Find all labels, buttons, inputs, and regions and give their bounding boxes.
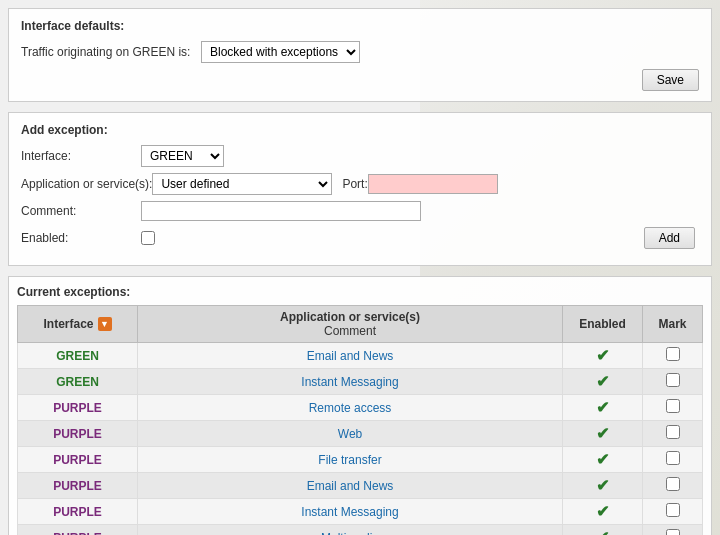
app-service-link[interactable]: Web bbox=[338, 427, 362, 441]
cell-app-service: Multimedia bbox=[138, 525, 563, 536]
mark-checkbox[interactable] bbox=[666, 529, 680, 535]
cell-enabled: ✔ bbox=[563, 421, 643, 447]
cell-mark[interactable] bbox=[643, 499, 703, 525]
enabled-checkmark: ✔ bbox=[596, 451, 609, 468]
exceptions-table: Interface ▼ Application or service(s) Co… bbox=[17, 305, 703, 535]
app-service-link[interactable]: Remote access bbox=[309, 401, 392, 415]
enabled-checkmark: ✔ bbox=[596, 503, 609, 520]
table-row: PURPLE Web ✔ bbox=[18, 421, 703, 447]
mark-checkbox[interactable] bbox=[666, 451, 680, 465]
comment-row: Comment: bbox=[21, 201, 699, 221]
cell-enabled: ✔ bbox=[563, 369, 643, 395]
cell-interface: PURPLE bbox=[18, 499, 138, 525]
enabled-column-header: Enabled bbox=[563, 306, 643, 343]
table-row: PURPLE File transfer ✔ bbox=[18, 447, 703, 473]
table-row: PURPLE Email and News ✔ bbox=[18, 473, 703, 499]
mark-checkbox[interactable] bbox=[666, 347, 680, 361]
enabled-checkmark: ✔ bbox=[596, 347, 609, 364]
enabled-row: Enabled: Add bbox=[21, 227, 699, 249]
cell-interface: PURPLE bbox=[18, 421, 138, 447]
mark-checkbox[interactable] bbox=[666, 503, 680, 517]
cell-mark[interactable] bbox=[643, 421, 703, 447]
interface-label: Interface: bbox=[21, 149, 141, 163]
table-row: GREEN Instant Messaging ✔ bbox=[18, 369, 703, 395]
table-row: PURPLE Multimedia ✔ bbox=[18, 525, 703, 536]
cell-app-service: File transfer bbox=[138, 447, 563, 473]
cell-enabled: ✔ bbox=[563, 395, 643, 421]
app-service-link[interactable]: Email and News bbox=[307, 479, 394, 493]
cell-interface: PURPLE bbox=[18, 395, 138, 421]
comment-input[interactable] bbox=[141, 201, 421, 221]
app-service-link[interactable]: Email and News bbox=[307, 349, 394, 363]
app-service-row: Application or service(s): User defined … bbox=[21, 173, 699, 195]
cell-interface: GREEN bbox=[18, 343, 138, 369]
enabled-checkbox[interactable] bbox=[141, 231, 155, 245]
add-button[interactable]: Add bbox=[644, 227, 695, 249]
cell-enabled: ✔ bbox=[563, 447, 643, 473]
interface-row: Interface: GREEN PURPLE ORANGE RED bbox=[21, 145, 699, 167]
traffic-select[interactable]: Blocked with exceptionsAllowedBlocked bbox=[201, 41, 360, 63]
app-service-link[interactable]: Instant Messaging bbox=[301, 505, 398, 519]
cell-interface: PURPLE bbox=[18, 525, 138, 536]
cell-mark[interactable] bbox=[643, 343, 703, 369]
table-row: GREEN Email and News ✔ bbox=[18, 343, 703, 369]
cell-app-service: Email and News bbox=[138, 343, 563, 369]
cell-mark[interactable] bbox=[643, 473, 703, 499]
mark-checkbox[interactable] bbox=[666, 425, 680, 439]
current-exceptions-title: Current exceptions: bbox=[17, 285, 703, 299]
enabled-checkmark: ✔ bbox=[596, 529, 609, 535]
app-service-label: Application or service(s): bbox=[21, 177, 152, 191]
mark-column-header: Mark bbox=[643, 306, 703, 343]
cell-interface: PURPLE bbox=[18, 447, 138, 473]
mark-checkbox[interactable] bbox=[666, 399, 680, 413]
interface-column-header[interactable]: Interface ▼ bbox=[18, 306, 138, 343]
enabled-checkmark: ✔ bbox=[596, 477, 609, 494]
sort-icon[interactable]: ▼ bbox=[98, 317, 112, 331]
comment-label: Comment: bbox=[21, 204, 141, 218]
traffic-label: Traffic originating on GREEN is: bbox=[21, 45, 201, 59]
cell-interface: GREEN bbox=[18, 369, 138, 395]
mark-checkbox[interactable] bbox=[666, 477, 680, 491]
cell-enabled: ✔ bbox=[563, 499, 643, 525]
cell-app-service: Web bbox=[138, 421, 563, 447]
cell-interface: PURPLE bbox=[18, 473, 138, 499]
table-row: PURPLE Remote access ✔ bbox=[18, 395, 703, 421]
cell-app-service: Remote access bbox=[138, 395, 563, 421]
save-button[interactable]: Save bbox=[642, 69, 699, 91]
cell-app-service: Instant Messaging bbox=[138, 369, 563, 395]
app-service-link[interactable]: File transfer bbox=[318, 453, 381, 467]
enabled-label: Enabled: bbox=[21, 231, 141, 245]
table-row: PURPLE Instant Messaging ✔ bbox=[18, 499, 703, 525]
cell-app-service: Email and News bbox=[138, 473, 563, 499]
enabled-checkmark: ✔ bbox=[596, 425, 609, 442]
app-service-select[interactable]: User defined Email and News Instant Mess… bbox=[152, 173, 332, 195]
cell-mark[interactable] bbox=[643, 447, 703, 473]
cell-mark[interactable] bbox=[643, 525, 703, 536]
interface-select[interactable]: GREEN PURPLE ORANGE RED bbox=[141, 145, 224, 167]
cell-app-service: Instant Messaging bbox=[138, 499, 563, 525]
cell-mark[interactable] bbox=[643, 395, 703, 421]
port-input[interactable] bbox=[368, 174, 498, 194]
traffic-row: Traffic originating on GREEN is: Blocked… bbox=[21, 41, 699, 63]
add-exception-title: Add exception: bbox=[21, 123, 699, 137]
current-exceptions-panel: Current exceptions: Interface ▼ Applicat… bbox=[8, 276, 712, 535]
app-service-column-header: Application or service(s) Comment bbox=[138, 306, 563, 343]
interface-defaults-panel: Interface defaults: Traffic originating … bbox=[8, 8, 712, 102]
interface-defaults-title: Interface defaults: bbox=[21, 19, 699, 33]
enabled-checkmark: ✔ bbox=[596, 399, 609, 416]
mark-checkbox[interactable] bbox=[666, 373, 680, 387]
app-service-link[interactable]: Instant Messaging bbox=[301, 375, 398, 389]
cell-enabled: ✔ bbox=[563, 525, 643, 536]
add-exception-panel: Add exception: Interface: GREEN PURPLE O… bbox=[8, 112, 712, 266]
cell-mark[interactable] bbox=[643, 369, 703, 395]
enabled-checkmark: ✔ bbox=[596, 373, 609, 390]
app-service-link[interactable]: Multimedia bbox=[321, 531, 379, 536]
cell-enabled: ✔ bbox=[563, 343, 643, 369]
port-label: Port: bbox=[342, 177, 367, 191]
cell-enabled: ✔ bbox=[563, 473, 643, 499]
table-header-row: Interface ▼ Application or service(s) Co… bbox=[18, 306, 703, 343]
